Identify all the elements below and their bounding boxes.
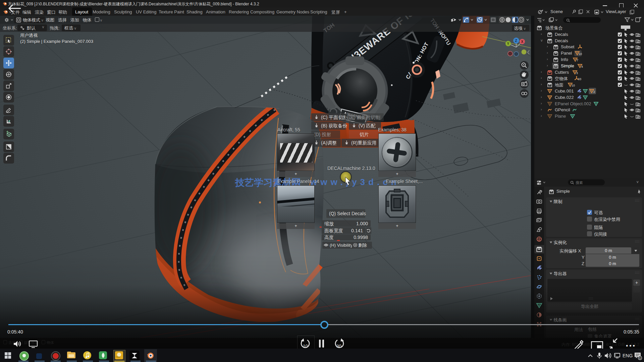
- svg-text:8: 8: [615, 354, 616, 356]
- svg-text:30: 30: [336, 344, 341, 349]
- svg-text:5: 5: [639, 357, 641, 360]
- svg-text:10: 10: [303, 344, 308, 349]
